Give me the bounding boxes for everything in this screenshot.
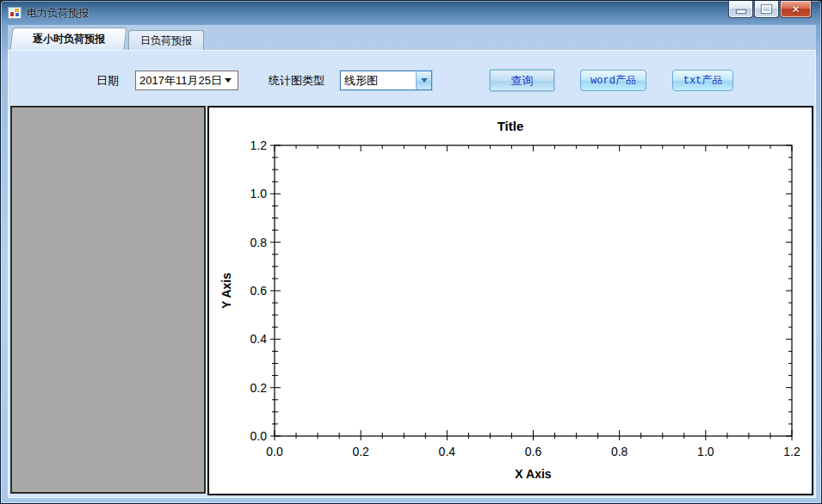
svg-text:0.8: 0.8	[250, 236, 268, 249]
svg-text:0.6: 0.6	[250, 284, 268, 298]
svg-text:0.2: 0.2	[250, 381, 268, 395]
close-icon: ✕	[791, 3, 800, 15]
chart-type-combobox[interactable]: 线形图	[340, 71, 432, 90]
maximize-icon	[762, 5, 771, 13]
word-export-button[interactable]: word产品	[580, 70, 646, 91]
svg-text:Title: Title	[498, 119, 524, 133]
forecast-chart: 0.00.20.40.60.81.01.20.00.20.40.60.81.01…	[209, 108, 812, 494]
minimize-button[interactable]	[728, 1, 753, 18]
chevron-down-icon	[421, 78, 428, 83]
svg-text:0.6: 0.6	[525, 445, 542, 458]
maximize-button[interactable]	[754, 1, 779, 18]
title-bar[interactable]: 电力负荷预报 ✕	[1, 1, 821, 25]
app-window: 电力负荷预报 ✕ 逐小时负荷预报 日负荷预报 日期 2017年11月25日	[0, 0, 822, 504]
result-list-panel	[10, 106, 206, 494]
svg-text:X Axis: X Axis	[515, 467, 551, 481]
chart-type-combobox-value: 线形图	[341, 73, 416, 89]
svg-text:1.0: 1.0	[697, 445, 714, 458]
chart-panel: 0.00.20.40.60.81.01.20.00.20.40.60.81.01…	[207, 106, 813, 495]
app-icon	[8, 7, 22, 19]
svg-text:1.2: 1.2	[783, 445, 800, 458]
close-button[interactable]: ✕	[780, 1, 812, 18]
date-label: 日期	[96, 70, 119, 91]
query-button[interactable]: 查询	[490, 70, 554, 91]
tab-page-hourly: 日期 2017年11月25日 统计图类型 线形图 查询 word产品 txt产品…	[8, 50, 816, 498]
svg-text:1.2: 1.2	[250, 138, 268, 152]
svg-text:0.4: 0.4	[250, 332, 268, 346]
svg-text:0.0: 0.0	[266, 445, 283, 458]
client-area: 逐小时负荷预报 日负荷预报 日期 2017年11月25日 统计图类型 线形图 查…	[8, 25, 816, 498]
svg-text:0.4: 0.4	[439, 445, 456, 458]
chart-type-label: 统计图类型	[269, 70, 324, 91]
date-combobox-value: 2017年11月25日	[136, 73, 225, 89]
tab-daily-forecast[interactable]: 日负荷预报	[128, 30, 204, 50]
window-title: 电力负荷预报	[27, 6, 89, 21]
chevron-down-icon	[225, 78, 232, 83]
txt-export-button[interactable]: txt产品	[672, 70, 733, 91]
svg-text:0.8: 0.8	[611, 445, 628, 458]
tab-label: 日负荷预报	[140, 34, 192, 48]
tab-label: 逐小时负荷预报	[32, 32, 104, 46]
tab-hourly-forecast[interactable]: 逐小时负荷预报	[9, 28, 127, 50]
svg-text:1.0: 1.0	[250, 187, 268, 200]
minimize-icon	[737, 10, 745, 13]
svg-text:0.0: 0.0	[250, 429, 268, 443]
combobox-dropdown-button[interactable]	[416, 71, 431, 89]
svg-text:0.2: 0.2	[352, 445, 369, 458]
svg-text:Y Axis: Y Axis	[219, 273, 233, 309]
date-combobox[interactable]: 2017年11月25日	[135, 71, 238, 90]
